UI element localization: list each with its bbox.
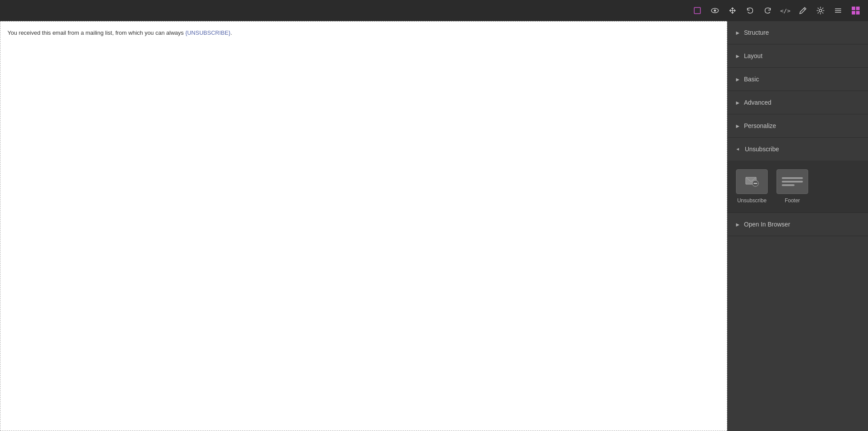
menu-icon[interactable]	[831, 4, 845, 18]
unsubscribe-content: Unsubscribe Footer	[727, 161, 868, 212]
pen-icon[interactable]	[796, 4, 810, 18]
right-sidebar: ▶ Structure ▶ Layout ▶ Basic ▶ Advanced	[727, 21, 868, 431]
accordion-header-open-in-browser[interactable]: ▶ Open In Browser	[727, 213, 868, 236]
app-grid-icon[interactable]	[849, 4, 863, 18]
accordion-label-advanced: Advanced	[744, 99, 771, 106]
code-icon[interactable]: </>	[778, 4, 792, 18]
svg-line-5	[804, 8, 805, 10]
email-text-prefix: You received this email from a mailing l…	[7, 29, 185, 36]
accordion-label-layout: Layout	[744, 52, 762, 59]
svg-rect-0	[694, 7, 700, 14]
footer-block-label: Footer	[785, 197, 800, 204]
unsubscribe-link[interactable]: {UNSUBSCRIBE}	[185, 29, 231, 36]
arrow-advanced: ▶	[736, 100, 740, 105]
unsubscribe-block-label: Unsubscribe	[737, 197, 767, 204]
accordion-header-structure[interactable]: ▶ Structure	[727, 21, 868, 44]
main-layout: You received this email from a mailing l…	[0, 21, 868, 431]
svg-rect-11	[856, 7, 860, 10]
footer-line-2	[782, 181, 803, 183]
arrow-unsubscribe: ▼	[736, 147, 740, 151]
undo-icon[interactable]	[743, 4, 757, 18]
preview-icon[interactable]	[708, 4, 722, 18]
unsubscribe-block-icon	[736, 169, 768, 194]
toolbar: </>	[0, 0, 868, 21]
arrow-basic: ▶	[736, 77, 740, 82]
accordion-header-layout[interactable]: ▶ Layout	[727, 44, 868, 67]
accordion-open-in-browser: ▶ Open In Browser	[727, 213, 868, 236]
arrow-layout: ▶	[736, 54, 740, 58]
accordion-label-unsubscribe: Unsubscribe	[745, 146, 779, 153]
email-canvas: You received this email from a mailing l…	[0, 21, 727, 431]
email-text-suffix: .	[231, 29, 232, 36]
footer-block-icon	[776, 169, 808, 194]
unsubscribe-block-option[interactable]: Unsubscribe	[736, 169, 768, 204]
accordion-label-personalize: Personalize	[744, 122, 776, 129]
svg-point-2	[714, 10, 716, 12]
accordion-header-unsubscribe[interactable]: ▼ Unsubscribe	[727, 138, 868, 161]
accordion-header-basic[interactable]: ▶ Basic	[727, 68, 868, 91]
svg-point-6	[819, 9, 822, 12]
accordion-header-advanced[interactable]: ▶ Advanced	[727, 91, 868, 114]
accordion-label-basic: Basic	[744, 76, 759, 83]
move-icon[interactable]	[725, 4, 740, 18]
accordion-label-structure: Structure	[744, 29, 769, 36]
svg-rect-13	[856, 11, 860, 15]
accordion-basic: ▶ Basic	[727, 68, 868, 91]
accordion-header-personalize[interactable]: ▶ Personalize	[727, 114, 868, 137]
svg-rect-12	[852, 11, 855, 15]
footer-line-3	[782, 184, 795, 186]
accordion-unsubscribe: ▼ Unsubscribe	[727, 138, 868, 213]
accordion-layout: ▶ Layout	[727, 44, 868, 68]
footer-block-option[interactable]: Footer	[776, 169, 808, 204]
accordion-structure: ▶ Structure	[727, 21, 868, 44]
accordion-personalize: ▶ Personalize	[727, 114, 868, 138]
arrow-structure: ▶	[736, 30, 740, 35]
redo-icon[interactable]	[761, 4, 775, 18]
footer-lines	[782, 177, 803, 186]
svg-rect-10	[852, 7, 855, 10]
accordion-label-open-in-browser: Open In Browser	[744, 221, 790, 228]
footer-line-1	[782, 177, 803, 179]
canvas-area: You received this email from a mailing l…	[0, 21, 727, 431]
accordion-advanced: ▶ Advanced	[727, 91, 868, 114]
settings-icon[interactable]	[813, 4, 828, 18]
select-icon[interactable]	[690, 4, 704, 18]
arrow-open-in-browser: ▶	[736, 222, 740, 227]
arrow-personalize: ▶	[736, 124, 740, 128]
email-body-text: You received this email from a mailing l…	[7, 29, 720, 37]
